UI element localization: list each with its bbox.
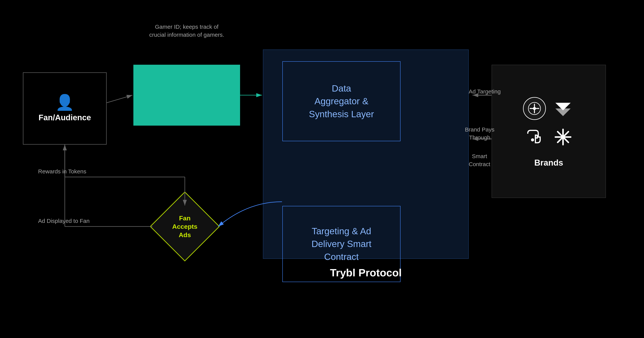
brand-icon-2 [552,97,574,120]
ad-displayed-label: Ad Displayed to Fan [38,217,90,225]
gamer-id-box [133,65,240,126]
diamond-label: Fan Accepts Ads [172,214,198,239]
data-aggregator-label: Data Aggregator & Synthesis Layer [309,82,374,121]
fan-accepts-diamond: Fan Accepts Ads [152,194,217,259]
fan-audience-box: 👤 Fan/Audience [23,72,107,145]
targeting-label: Targeting & Ad Delivery Smart Contract [312,225,372,263]
brands-box: Brands [492,65,606,198]
fan-audience-label: Fan/Audience [38,113,91,122]
data-aggregator-box: Data Aggregator & Synthesis Layer [282,61,400,141]
gamer-id-label: Gamer ID; keeps track of crucial informa… [130,23,244,39]
svg-point-6 [531,138,534,141]
fan-icon: 👤 [55,95,74,110]
brand-icon-1 [523,97,546,120]
svg-marker-5 [556,109,571,116]
ad-targeting-label: Ad Targeting [469,88,501,96]
svg-line-11 [107,95,132,103]
trybl-protocol-label: Trybl Protocol [263,266,469,279]
brands-icons-grid [519,93,578,152]
brand-icon-3 [523,126,546,149]
brand-icon-4 [552,126,574,149]
brands-label: Brands [532,156,565,169]
svg-point-3 [533,107,536,110]
rewards-label: Rewards in Tokens [38,168,86,175]
smart-contract-label: Smart Contract [469,152,490,168]
brand-pays-label: Brand Pays Through [465,126,494,142]
trybl-container: Data Aggregator & Synthesis Layer Target… [263,49,469,259]
